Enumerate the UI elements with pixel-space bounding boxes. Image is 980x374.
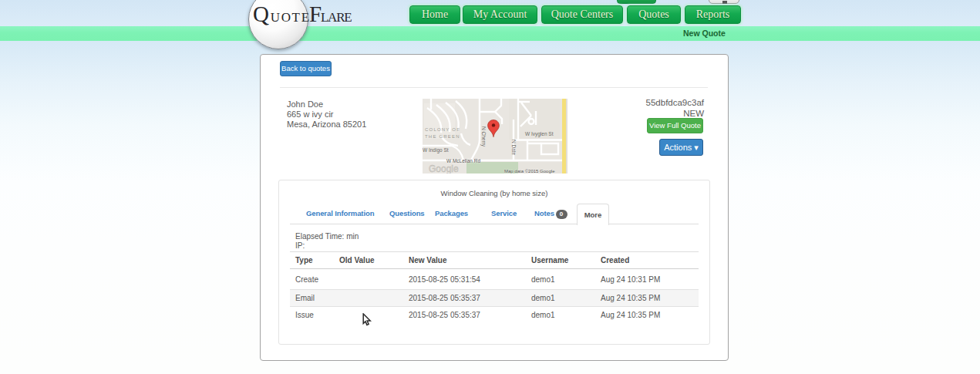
svg-text:COLONY OF: COLONY OF [425,127,460,132]
svg-text:Google: Google [429,163,459,174]
svg-text:N Cherry: N Cherry [480,126,487,147]
svg-text:Map data ©2015 Google: Map data ©2015 Google [504,169,555,174]
svg-text:THE GREEN: THE GREEN [425,134,460,139]
svg-text:W McLellan Rd: W McLellan Rd [446,158,480,163]
svg-text:N Date: N Date [511,140,517,156]
svg-text:W Ivyglen St: W Ivyglen St [525,131,554,137]
svg-text:W Indigo St: W Indigo St [423,147,449,153]
